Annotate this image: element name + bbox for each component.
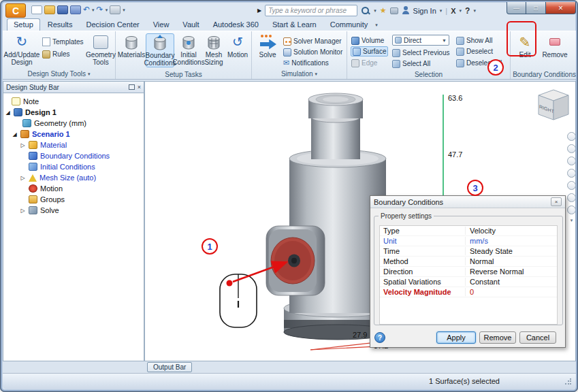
navigation-more-icon[interactable]: ▾ (571, 218, 573, 223)
design-study-bar-header[interactable]: Design Study Bar × (3, 81, 144, 93)
tree-item-mesh-size[interactable]: ▷ Mesh Size (auto) (3, 172, 144, 183)
volume-button[interactable]: Volume (351, 35, 384, 46)
walk-icon[interactable] (567, 206, 576, 214)
search-icon[interactable] (361, 6, 370, 16)
full-navigation-wheel-icon[interactable] (567, 132, 576, 141)
app-menu-button[interactable]: C (5, 3, 26, 18)
property-row-spatial-variations[interactable]: Spatial Variations Constant (380, 277, 557, 287)
output-bar-button[interactable]: Output Bar (147, 362, 192, 372)
collapse-arrow-icon[interactable]: ▷ (20, 208, 26, 214)
undo-dropdown-icon[interactable]: ▾ (92, 5, 95, 14)
infocenter-collapse-icon[interactable]: ▶ (257, 7, 261, 14)
select-all-button[interactable]: Select All (392, 59, 430, 69)
motion-button[interactable]: ↺ Motion (226, 33, 249, 59)
group-label-design-study-tools[interactable]: Design Study Tools▾ (3, 69, 115, 78)
tab-decision-center[interactable]: Decision Center (80, 19, 145, 31)
tree-item-solve[interactable]: ▷ Solve (3, 205, 144, 216)
tree-item-motion[interactable]: Motion (3, 183, 144, 194)
geometry-tools-button[interactable]: Geometry Tools (87, 33, 114, 66)
collapse-arrow-icon[interactable]: ▷ (20, 142, 26, 148)
save-as-icon[interactable] (70, 5, 81, 14)
initial-conditions-button[interactable]: Initial Conditions (176, 33, 202, 66)
rules-button[interactable]: Rules (42, 49, 70, 59)
remove-button[interactable]: Remove (539, 33, 571, 59)
dialog-close-button[interactable]: × (551, 197, 562, 206)
orbit-icon[interactable] (567, 169, 576, 178)
sign-in-button[interactable]: Sign In (413, 7, 436, 15)
property-row-velocity-magnitude[interactable]: Velocity Magnitude 0 (380, 287, 557, 297)
dialog-help-button[interactable]: ? (374, 332, 385, 343)
expand-arrow-icon[interactable]: ◢ (12, 131, 18, 137)
search-input[interactable] (265, 5, 357, 16)
expand-arrow-icon[interactable]: ◢ (5, 110, 11, 116)
help-icon[interactable]: ? (465, 6, 470, 16)
solve-button[interactable]: Solve (255, 33, 280, 59)
view-cube[interactable]: RIGHT (530, 86, 574, 124)
solver-manager-button[interactable]: Solver Manager (283, 36, 342, 46)
tab-results[interactable]: Results (42, 19, 79, 31)
print-icon[interactable] (110, 5, 121, 14)
tab-autodesk-360[interactable]: Autodesk 360 (207, 19, 265, 31)
zoom-icon[interactable] (567, 157, 576, 165)
property-row-time[interactable]: Time Steady State (380, 246, 557, 257)
tree-item-design-1[interactable]: ◢ Design 1 (3, 107, 144, 118)
exchange-dropdown-icon[interactable]: ▾ (460, 6, 462, 15)
open-icon[interactable] (44, 5, 55, 14)
solution-monitor-button[interactable]: Solution Monitor (283, 47, 342, 57)
property-table[interactable]: Type Velocity Unit mm/s Time Steady Stat… (379, 225, 558, 325)
group-label-simulation[interactable]: Simulation▾ (252, 69, 347, 78)
tree-item-initial-conditions[interactable]: Initial Conditions (3, 161, 144, 172)
redo-icon[interactable]: ↷ (97, 5, 103, 14)
tab-vault[interactable]: Vault (176, 19, 205, 31)
minimize-button[interactable]: — (507, 2, 526, 14)
redo-dropdown-icon[interactable]: ▾ (106, 5, 108, 14)
tab-setup[interactable]: Setup (7, 18, 40, 31)
undo-icon[interactable]: ↶ (83, 5, 90, 14)
center-view-icon[interactable] (567, 193, 576, 202)
property-row-unit[interactable]: Unit mm/s (380, 236, 557, 246)
boundary-conditions-button[interactable]: Boundary Conditions (146, 33, 174, 67)
dialog-remove-button[interactable]: Remove (479, 331, 516, 344)
property-row-direction[interactable]: Direction Reverse Normal (380, 267, 557, 277)
float-panel-icon[interactable] (129, 84, 135, 90)
add-update-design-button[interactable]: ↻ Add/Update Design (4, 33, 39, 66)
materials-button[interactable]: Materials (118, 33, 144, 59)
search-dropdown-icon[interactable]: ▾ (374, 6, 376, 15)
select-previous-button[interactable]: Select Previous (392, 48, 449, 58)
surface-button[interactable]: Surface (351, 46, 388, 56)
help-dropdown-icon[interactable]: ▾ (473, 6, 476, 15)
collapse-arrow-icon[interactable]: ▷ (20, 175, 26, 181)
dialog-titlebar[interactable]: Boundary Conditions × (370, 196, 565, 208)
tree-item-scenario-1[interactable]: ◢ Scenario 1 (3, 129, 144, 140)
apply-button[interactable]: Apply (436, 331, 476, 344)
exchange-apps-icon[interactable]: X (451, 7, 455, 15)
property-row-method[interactable]: Method Normal (380, 257, 557, 267)
pan-icon[interactable] (567, 144, 576, 153)
templates-button[interactable]: Templates (42, 37, 84, 47)
notifications-button[interactable]: ✉ Notifications (283, 58, 329, 68)
close-panel-icon[interactable]: × (138, 84, 141, 91)
property-row-type[interactable]: Type Velocity (380, 226, 557, 236)
save-icon[interactable] (57, 5, 68, 14)
tree-item-boundary-conditions[interactable]: Boundary Conditions (3, 150, 144, 161)
tree-item-groups[interactable]: Groups (3, 194, 144, 205)
tab-community[interactable]: Community (324, 19, 374, 31)
direct-select-dropdown[interactable]: Direct ▼ (392, 35, 449, 46)
maximize-button[interactable]: □ (526, 2, 545, 14)
communication-center-icon[interactable] (390, 7, 398, 14)
mesh-sizing-button[interactable]: Mesh Sizing (202, 33, 226, 66)
favorites-star-icon[interactable]: ★ (380, 6, 387, 15)
close-button[interactable]: × (545, 2, 576, 14)
tab-view[interactable]: View (147, 19, 176, 31)
sign-in-dropdown-icon[interactable]: ▾ (440, 6, 443, 15)
tab-start-learn[interactable]: Start & Learn (266, 19, 323, 31)
new-design-icon[interactable] (31, 5, 42, 14)
tree-item-geometry[interactable]: Geometry (mm) (3, 118, 144, 129)
look-around-icon[interactable] (567, 181, 576, 190)
cancel-button[interactable]: Cancel (519, 331, 556, 344)
show-all-button[interactable]: Show All (456, 35, 492, 46)
ribbon-options-icon[interactable]: ▾ (375, 22, 378, 31)
deselect-button[interactable]: Deselect (456, 46, 493, 56)
qat-customize-icon[interactable]: ▾ (123, 5, 125, 14)
tree-item-note[interactable]: Note (3, 96, 144, 107)
